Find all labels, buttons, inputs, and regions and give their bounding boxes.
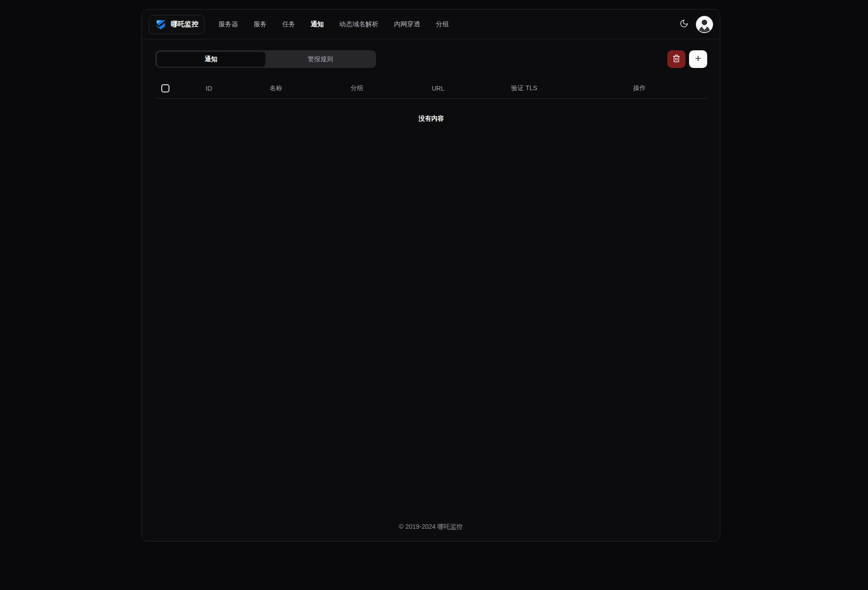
add-button[interactable] <box>689 50 707 68</box>
tab-notifications[interactable]: 通知 <box>157 52 265 67</box>
user-avatar[interactable] <box>696 16 713 33</box>
table-header-url: URL <box>400 85 477 92</box>
table-header-checkbox-cell <box>155 84 180 92</box>
content-spacer <box>155 139 707 523</box>
user-avatar-icon <box>696 16 713 33</box>
tab-switcher: 通知 警报规则 <box>155 50 376 68</box>
table-header-id: ID <box>180 85 237 92</box>
table-header-name: 名称 <box>237 84 314 92</box>
select-all-checkbox[interactable] <box>161 84 169 92</box>
trash-icon <box>672 54 680 64</box>
nav-item-nat[interactable]: 内网穿透 <box>394 20 420 29</box>
table-header-actions: 操作 <box>572 84 707 92</box>
copyright-text: © 2019-2024 哪吒监控 <box>399 523 463 531</box>
nav-item-services[interactable]: 服务 <box>254 20 267 29</box>
page-content: 通知 警报规则 <box>142 39 720 523</box>
toolbar: 通知 警报规则 <box>155 50 707 68</box>
plus-icon <box>694 54 702 64</box>
theme-toggle-button[interactable] <box>676 16 692 33</box>
brand-name: 哪吒监控 <box>171 20 198 29</box>
top-nav: 哪吒监控 服务器 服务 任务 通知 动态域名解析 内网穿透 分组 <box>142 10 720 39</box>
notifications-table: ID 名称 分组 URL 验证 TLS 操作 没有内容 <box>155 78 707 139</box>
nav-item-tasks[interactable]: 任务 <box>282 20 295 29</box>
nav-item-servers[interactable]: 服务器 <box>218 20 238 29</box>
card-footer: © 2019-2024 哪吒监控 <box>142 523 720 541</box>
nav-item-notifications[interactable]: 通知 <box>311 20 324 29</box>
empty-state-text: 没有内容 <box>419 115 444 123</box>
table-header-row: ID 名称 分组 URL 验证 TLS 操作 <box>155 78 707 99</box>
brand-home-button[interactable]: 哪吒监控 <box>149 15 205 34</box>
toolbar-actions <box>667 50 707 68</box>
table-header-group: 分组 <box>314 84 400 92</box>
nav-item-groups[interactable]: 分组 <box>436 20 449 29</box>
tab-alert-rules[interactable]: 警报规则 <box>266 52 375 67</box>
brand-logo-icon <box>155 19 167 30</box>
nav-item-ddns[interactable]: 动态域名解析 <box>339 20 379 29</box>
delete-button[interactable] <box>667 50 685 68</box>
main-card: 哪吒监控 服务器 服务 任务 通知 动态域名解析 内网穿透 分组 <box>141 9 720 542</box>
table-empty-row: 没有内容 <box>155 99 707 139</box>
nav-menu: 服务器 服务 任务 通知 动态域名解析 内网穿透 分组 <box>218 20 449 29</box>
moon-icon <box>680 19 689 29</box>
table-header-verify-tls: 验证 TLS <box>477 84 572 92</box>
